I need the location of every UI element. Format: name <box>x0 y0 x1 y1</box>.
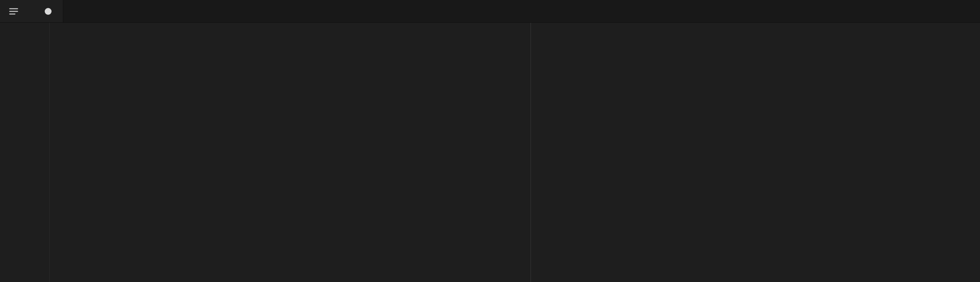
unsaved-indicator-icon[interactable] <box>45 8 51 15</box>
editor <box>0 23 980 282</box>
editor-tab[interactable] <box>0 0 63 22</box>
line-number-gutter <box>0 23 49 282</box>
tab-bar <box>0 0 980 23</box>
column-ruler <box>531 23 531 282</box>
code-area[interactable] <box>49 23 980 282</box>
text-lines-icon <box>8 6 19 17</box>
